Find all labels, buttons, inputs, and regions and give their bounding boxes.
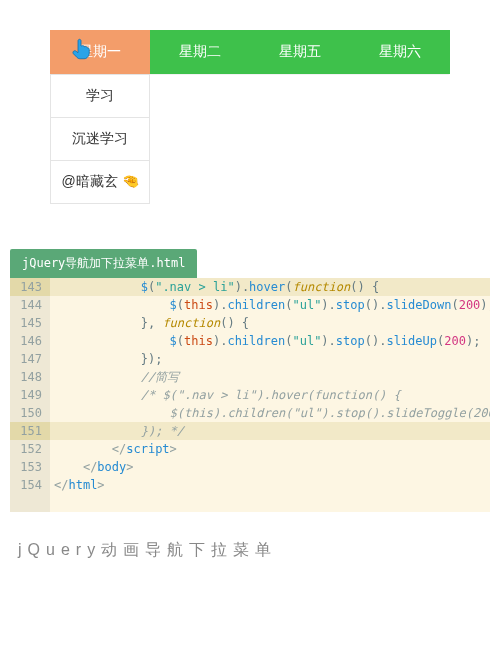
editor-tab[interactable]: jQuery导航加下拉菜单.html (10, 249, 197, 278)
code-line[interactable]: 153 </body> (10, 458, 490, 476)
line-number: 153 (10, 458, 50, 476)
code-content: /* $(".nav > li").hover(function() { (50, 386, 490, 404)
dropdown-item-label[interactable]: 沉迷学习 (50, 118, 150, 161)
line-number: 146 (10, 332, 50, 350)
code-content: }, function() { (50, 314, 490, 332)
code-line[interactable]: 146 $(this).children("ul").stop().slideU… (10, 332, 490, 350)
line-number: 144 (10, 296, 50, 314)
code-content: $(this).children("ul").stop().slideToggl… (50, 404, 490, 422)
code-body[interactable]: 143 $(".nav > li").hover(function() {144… (10, 278, 490, 512)
line-number: 143 (10, 278, 50, 296)
dropdown-item-1[interactable]: 沉迷学习 (50, 118, 150, 161)
code-line[interactable]: 147 }); (10, 350, 490, 368)
dropdown-item-label[interactable]: 学习 (50, 74, 150, 118)
dropdown-item-0[interactable]: 学习 (50, 74, 150, 118)
code-content: </body> (50, 458, 490, 476)
dropdown-item-2[interactable]: @暗藏玄 🤏 (50, 161, 150, 204)
nav-item-3[interactable]: 星期六 (350, 30, 450, 74)
code-content: </script> (50, 440, 490, 458)
code-content: $(".nav > li").hover(function() { (50, 278, 490, 296)
code-line[interactable]: 143 $(".nav > li").hover(function() { (10, 278, 490, 296)
code-line[interactable]: 149 /* $(".nav > li").hover(function() { (10, 386, 490, 404)
nav-bar: 星期一 学习 沉迷学习 @暗藏玄 🤏 星期二 星期五 星期六 (50, 30, 450, 74)
line-number: 152 (10, 440, 50, 458)
nav-item-label[interactable]: 星期二 (150, 30, 250, 74)
code-line[interactable]: 145 }, function() { (10, 314, 490, 332)
nav-item-0[interactable]: 星期一 学习 沉迷学习 @暗藏玄 🤏 (50, 30, 150, 74)
code-editor: jQuery导航加下拉菜单.html 143 $(".nav > li").ho… (10, 249, 490, 512)
code-line[interactable]: 152 </script> (10, 440, 490, 458)
line-number: 145 (10, 314, 50, 332)
nav-item-label[interactable]: 星期六 (350, 30, 450, 74)
line-number: 149 (10, 386, 50, 404)
code-content: }); (50, 350, 490, 368)
line-number (10, 494, 50, 512)
nav-item-2[interactable]: 星期五 (250, 30, 350, 74)
line-number: 147 (10, 350, 50, 368)
code-line[interactable]: 148 //简写 (10, 368, 490, 386)
line-number: 154 (10, 476, 50, 494)
page-caption: jQuery动画导航下拉菜单 (18, 540, 500, 561)
nav-item-label[interactable]: 星期一 (50, 30, 150, 74)
code-content: $(this).children("ul").stop().slideDown(… (50, 296, 490, 314)
line-number: 151 (10, 422, 50, 440)
nav-item-1[interactable]: 星期二 (150, 30, 250, 74)
code-content: </html> (50, 476, 490, 494)
line-number: 148 (10, 368, 50, 386)
dropdown-item-label[interactable]: @暗藏玄 🤏 (50, 161, 150, 204)
code-content: }); */ (50, 422, 490, 440)
code-line[interactable]: 154</html> (10, 476, 490, 494)
dropdown-menu: 学习 沉迷学习 @暗藏玄 🤏 (50, 74, 150, 204)
nav-menu-demo: 星期一 学习 沉迷学习 @暗藏玄 🤏 星期二 星期五 星期六 (0, 0, 500, 89)
editor-tab-title: jQuery导航加下拉菜单.html (22, 256, 185, 270)
nav-item-label[interactable]: 星期五 (250, 30, 350, 74)
code-content: $(this).children("ul").stop().slideUp(20… (50, 332, 490, 350)
line-number: 150 (10, 404, 50, 422)
code-content: //简写 (50, 368, 490, 386)
code-line[interactable]: 151 }); */ (10, 422, 490, 440)
code-line[interactable]: 150 $(this).children("ul").stop().slideT… (10, 404, 490, 422)
code-line[interactable]: 144 $(this).children("ul").stop().slideD… (10, 296, 490, 314)
